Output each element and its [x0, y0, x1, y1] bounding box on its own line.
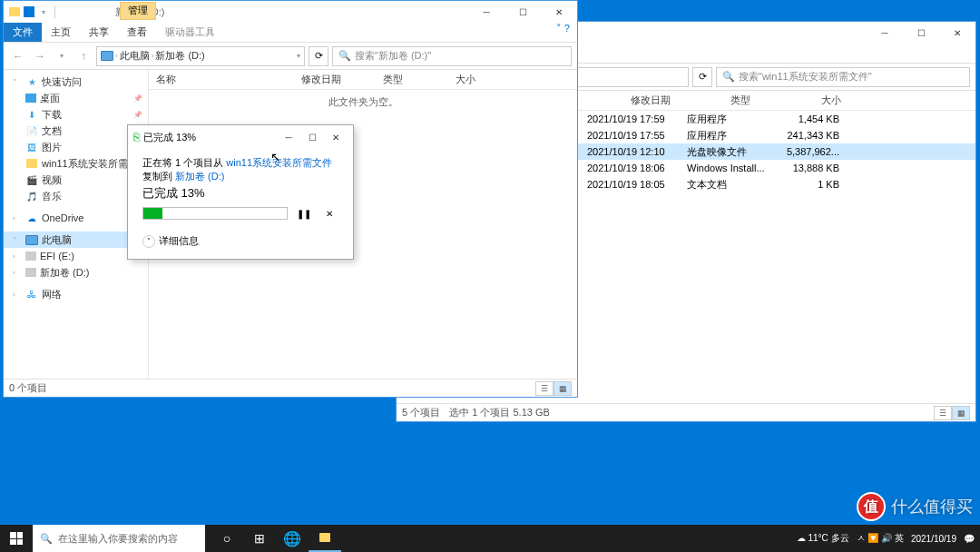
status-bar: 5 个项目 选中 1 个项目 5.13 GB ☰ ▦	[397, 403, 975, 421]
help-icon[interactable]: ˅ ?	[549, 23, 577, 42]
tab-home[interactable]: 主页	[42, 23, 80, 42]
status-selection: 选中 1 个项目 5.13 GB	[449, 406, 550, 419]
search-icon: 🔍	[338, 50, 351, 62]
status-bar: 0 个项目 ☰ ▦	[4, 379, 577, 397]
down-icon[interactable]: ▾	[36, 5, 51, 19]
breadcrumb[interactable]: › 此电脑 › 新加卷 (D:) ▾	[96, 46, 305, 66]
watermark-text: 什么值得买	[891, 496, 973, 518]
maximize-button[interactable]: ☐	[903, 22, 939, 44]
explorer-button[interactable]	[309, 525, 341, 552]
search-input[interactable]: 🔍 搜索"新加卷 (D:)"	[332, 46, 572, 66]
col-name[interactable]: 名称	[149, 73, 294, 86]
col-size[interactable]: 大小	[814, 94, 887, 107]
taskbar-search[interactable]: 🔍 在这里输入你要搜索的内容	[33, 525, 205, 552]
dialog-titlebar[interactable]: ⎘ 已完成 13% ─ ☐ ✕	[128, 125, 353, 149]
close-button[interactable]: ✕	[541, 1, 577, 23]
col-type[interactable]: 类型	[723, 94, 814, 107]
app-icon	[24, 6, 34, 17]
close-button[interactable]: ✕	[324, 127, 348, 147]
tab-share[interactable]: 共享	[80, 23, 118, 42]
minimize-button[interactable]: ─	[277, 127, 300, 147]
task-view-button[interactable]: ⊞	[243, 525, 276, 552]
ribbon-tabs: 文件 主页 共享 查看 驱动器工具 ˅ ?	[4, 23, 577, 43]
dest-link[interactable]: 新加卷 (D:)	[175, 171, 224, 182]
notifications-button[interactable]: 💬	[964, 534, 975, 544]
column-headers[interactable]: 名称 修改日期 类型 大小	[149, 70, 577, 90]
nav-new-volume[interactable]: ›新加卷 (D:)	[4, 264, 148, 281]
col-date[interactable]: 修改日期	[623, 94, 723, 107]
status-count: 5 个项目	[402, 406, 440, 419]
details-toggle[interactable]: ˅ 详细信息	[142, 234, 338, 248]
back-button[interactable]: ←	[9, 47, 27, 65]
minimize-button[interactable]: ─	[468, 1, 505, 23]
progress-bar	[142, 207, 288, 220]
cortana-button[interactable]: ○	[211, 525, 243, 552]
maximize-button[interactable]: ☐	[300, 127, 324, 147]
tab-view[interactable]: 查看	[118, 23, 156, 42]
col-date[interactable]: 修改日期	[294, 73, 376, 86]
search-placeholder: 在这里输入你要搜索的内容	[58, 532, 178, 546]
pause-button[interactable]: ❚❚	[295, 207, 313, 220]
maximize-button[interactable]: ☐	[505, 1, 541, 23]
progress-label: 已完成 13%	[142, 185, 338, 202]
view-details-button[interactable]: ▦	[952, 406, 970, 420]
chevron-down-icon: ˅	[142, 235, 155, 248]
nav-quick-access[interactable]: ˅★快速访问	[4, 74, 148, 90]
nav-downloads[interactable]: ⬇下载	[4, 106, 148, 123]
view-list-button[interactable]: ☰	[934, 406, 952, 420]
watermark: 值 什么值得买	[857, 492, 973, 521]
refresh-button[interactable]: ⟳	[309, 46, 328, 66]
close-button[interactable]: ✕	[939, 22, 975, 44]
col-size[interactable]: 大小	[448, 73, 503, 86]
crumb-pc[interactable]: 此电脑	[120, 49, 150, 63]
weather-widget[interactable]: ☁ 11°C 多云	[797, 532, 849, 545]
status-count: 0 个项目	[9, 381, 47, 395]
cancel-copy-button[interactable]: ✕	[320, 207, 338, 220]
folder-icon	[7, 5, 22, 19]
search-icon: 🔍	[722, 71, 735, 83]
copy-description: 正在将 1 个项目从 win11系统安装所需文件 复制到 新加卷 (D:)	[142, 156, 338, 183]
windows-logo-icon	[10, 532, 23, 545]
recent-button[interactable]: ▾	[53, 47, 71, 65]
crumb-drive[interactable]: 新加卷 (D:)	[155, 49, 204, 63]
forward-button[interactable]: →	[31, 47, 49, 65]
taskbar[interactable]: 🔍 在这里输入你要搜索的内容 ○ ⊞ 🌐 ☁ 11°C 多云 ㅅ 🔽 🔊 英 2…	[0, 525, 980, 552]
empty-message: 此文件夹为空。	[149, 90, 577, 114]
view-details-button[interactable]: ▦	[554, 381, 572, 396]
tab-drive-tools[interactable]: 驱动器工具	[156, 23, 224, 42]
view-list-button[interactable]: ☰	[535, 381, 554, 396]
start-button[interactable]	[0, 525, 33, 552]
search-placeholder: 搜索"win11系统安装所需文件"	[739, 70, 872, 84]
nav-network[interactable]: ›🖧网络	[4, 286, 148, 302]
search-icon: 🔍	[40, 533, 53, 545]
minimize-button[interactable]: ─	[867, 22, 903, 44]
copy-progress-dialog[interactable]: ⎘ 已完成 13% ─ ☐ ✕ 正在将 1 个项目从 win11系统安装所需文件…	[127, 124, 354, 260]
context-group: 管理	[120, 2, 156, 20]
tab-file[interactable]: 文件	[4, 23, 42, 42]
edge-button[interactable]: 🌐	[276, 525, 309, 552]
nav-desktop[interactable]: 桌面	[4, 90, 148, 106]
search-placeholder: 搜索"新加卷 (D:)"	[355, 49, 431, 63]
dialog-title: 已完成 13%	[143, 131, 196, 144]
system-tray[interactable]: ☁ 11°C 多云 ㅅ 🔽 🔊 英 2021/10/19 💬	[791, 532, 980, 545]
col-type[interactable]: 类型	[376, 73, 448, 86]
nav-bar: ← → ▾ ↑ › 此电脑 › 新加卷 (D:) ▾ ⟳ 🔍 搜索"新加卷 (D…	[4, 43, 577, 70]
search-input[interactable]: 🔍 搜索"win11系统安装所需文件"	[716, 67, 970, 87]
watermark-badge: 值	[857, 492, 886, 521]
tray-date[interactable]: 2021/10/19	[911, 534, 956, 544]
pc-icon	[101, 51, 113, 61]
source-link[interactable]: win11系统安装所需文件	[226, 157, 332, 168]
up-button[interactable]: ↑	[74, 47, 93, 65]
chevron-down-icon[interactable]: ▾	[297, 52, 300, 60]
refresh-button[interactable]: ⟳	[692, 67, 712, 87]
titlebar[interactable]: ▾ 管理 新加卷 (D:) ─ ☐ ✕	[4, 1, 577, 23]
tray-icons[interactable]: ㅅ 🔽 🔊 英	[857, 532, 904, 545]
copy-icon: ⎘	[133, 131, 140, 143]
